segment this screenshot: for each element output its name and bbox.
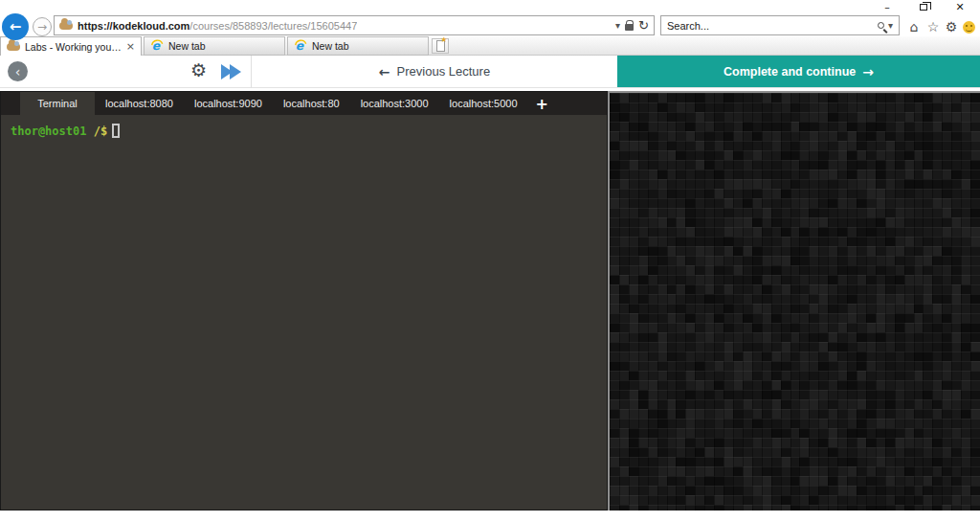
texture-tile [610, 476, 619, 486]
texture-tile [895, 486, 904, 495]
texture-tile [657, 438, 667, 447]
texture-tile [685, 438, 695, 447]
terminal-tab-localhost-9090[interactable]: localhost:9090 [184, 92, 273, 115]
favorites-icon[interactable]: ☆ [924, 18, 942, 35]
gear-icon[interactable]: ⚙ [190, 59, 207, 80]
texture-tile [791, 457, 800, 466]
complete-and-continue-button[interactable]: Complete and continue → [617, 56, 980, 87]
texture-tile [876, 323, 885, 332]
close-button[interactable]: ✕ [946, 0, 974, 13]
texture-tile [904, 447, 914, 457]
texture-tile [667, 246, 677, 256]
texture-tile [876, 150, 885, 160]
texture-tile [932, 198, 942, 208]
texture-tile [685, 102, 695, 112]
texture-tile [866, 102, 876, 112]
texture-tile [961, 275, 970, 284]
texture-tile [648, 486, 657, 495]
tab-labs[interactable]: Labs - Working your way th... × [0, 36, 142, 56]
texture-tile [951, 93, 961, 102]
terminal-cursor [112, 124, 120, 138]
tab-close-icon[interactable]: × [126, 40, 135, 53]
search-icon[interactable] [878, 22, 884, 29]
terminal-tab-terminal[interactable]: Terminal [20, 92, 95, 115]
texture-tile [657, 447, 667, 457]
previous-lecture-link[interactable]: ← Previous Lecture [252, 56, 617, 87]
fast-forward-icon[interactable] [221, 64, 241, 79]
tools-icon[interactable]: ⚙ [943, 18, 960, 35]
address-dropdown-icon[interactable]: ▾ [615, 20, 620, 31]
texture-tile [866, 371, 876, 380]
texture-tile [895, 208, 904, 217]
texture-tile [904, 457, 914, 466]
texture-tile [610, 170, 619, 179]
restore-button[interactable] [909, 0, 938, 13]
texture-tile [932, 112, 942, 122]
texture-tile [942, 189, 951, 198]
texture-tile [762, 409, 771, 419]
texture-tile [610, 265, 619, 275]
texture-tile [638, 476, 648, 486]
texture-tile [923, 476, 932, 486]
texture-tile [685, 227, 695, 237]
texture-tile [942, 438, 951, 447]
texture-tile [961, 342, 970, 352]
add-terminal-tab-button[interactable]: + [528, 92, 556, 115]
texture-tile [724, 112, 733, 122]
texture-tile [762, 399, 771, 409]
texture-tile [685, 313, 695, 323]
texture-tile [648, 217, 657, 227]
texture-tile [809, 256, 818, 265]
terminal-tab-localhost-80[interactable]: localhost:80 [273, 92, 350, 115]
terminal-tab-localhost-3000[interactable]: localhost:3000 [350, 92, 439, 115]
texture-tile [847, 237, 857, 246]
tab-new-tab-1[interactable]: e New tab [144, 36, 285, 56]
texture-tile [791, 246, 800, 256]
texture-tile [895, 419, 904, 428]
texture-tile [648, 265, 657, 275]
texture-tile [970, 256, 980, 265]
texture-tile [762, 284, 771, 294]
texture-tile [847, 131, 857, 141]
new-tab-button[interactable] [432, 38, 449, 54]
texture-tile [704, 342, 714, 352]
texture-tile [629, 198, 638, 208]
address-bar[interactable]: https://kodekloud.com/courses/858893/lec… [54, 15, 655, 35]
texture-tile [837, 486, 847, 495]
texture-tile [818, 380, 828, 390]
minimize-button[interactable]: – [873, 0, 902, 13]
tab-label: New tab [312, 40, 422, 52]
texture-tile [648, 419, 657, 428]
texture-tile [733, 476, 743, 486]
texture-tile [932, 323, 942, 332]
texture-tile [857, 390, 866, 399]
texture-tile [619, 466, 629, 476]
texture-tile [743, 256, 752, 265]
texture-tile [791, 237, 800, 246]
texture-tile [828, 122, 837, 131]
browser-back-button[interactable]: ← [2, 13, 29, 40]
texture-tile [932, 294, 942, 304]
refresh-icon[interactable]: ↻ [638, 18, 649, 33]
feedback-smiley-icon[interactable] [963, 21, 975, 34]
texture-tile [619, 323, 629, 332]
texture-tile [638, 495, 648, 505]
texture-tile [961, 304, 970, 313]
search-dropdown-icon[interactable]: ▾ [888, 20, 893, 31]
terminal-tab-localhost-5000[interactable]: localhost:5000 [439, 92, 528, 115]
search-input[interactable] [667, 20, 874, 32]
tab-new-tab-2[interactable]: e New tab [287, 36, 429, 56]
texture-tile [904, 131, 914, 141]
lecture-back-button[interactable]: ‹ [8, 61, 28, 81]
texture-tile [676, 438, 685, 447]
home-icon[interactable]: ⌂ [905, 18, 923, 35]
terminal-body[interactable]: thor@host01 /$ [1, 115, 607, 147]
texture-tile [818, 466, 828, 476]
texture-tile [799, 102, 809, 112]
texture-tile [648, 189, 657, 198]
browser-forward-button[interactable]: → [33, 17, 52, 36]
texture-tile [876, 275, 885, 284]
terminal-tab-localhost-8080[interactable]: localhost:8080 [95, 92, 184, 115]
texture-tile [876, 352, 885, 361]
texture-tile [914, 189, 924, 198]
